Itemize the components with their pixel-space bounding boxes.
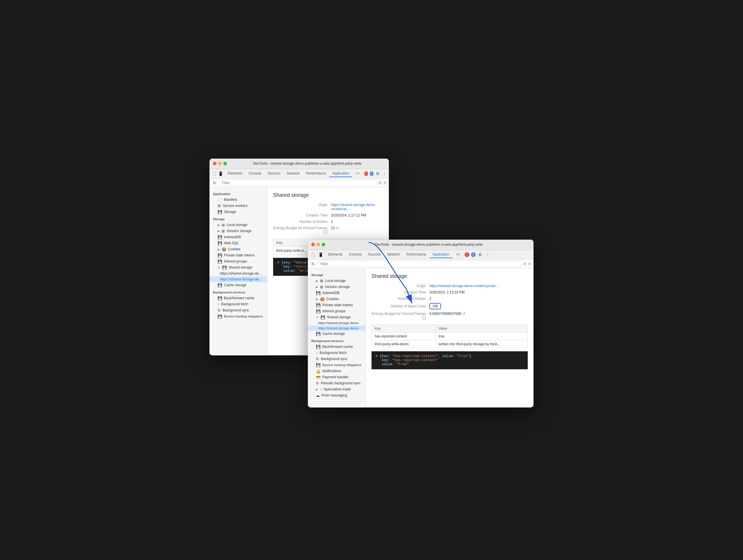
sidebar-item-back-forward-cache-2[interactable]: 💾 Back/forward cache xyxy=(308,344,365,350)
tab-network-2[interactable]: Network xyxy=(384,251,403,258)
tab-elements-1[interactable]: Elements xyxy=(225,170,245,177)
filter-bar-2: ↻ ⊘ ✕ xyxy=(308,260,533,268)
close-button-2[interactable] xyxy=(311,243,315,246)
sidebar-item-private-state-tokens[interactable]: 💾 Private state tokens xyxy=(210,252,267,258)
sidebar-item-service-workers[interactable]: ⚙ Service workers xyxy=(210,203,267,209)
sidebar-item-payment-handler[interactable]: 💳 Payment handler xyxy=(308,374,365,380)
expand-session-storage-icon: ▶ xyxy=(218,229,220,233)
sidebar-item-interest-groups[interactable]: 💾 Interest groups xyxy=(210,258,267,264)
maximize-button-1[interactable] xyxy=(223,162,227,165)
sidebar-item-storage-root[interactable]: 💾 Storage xyxy=(210,209,267,215)
sidebar-item-speculative-loads[interactable]: ▶ ↑ Speculative loads xyxy=(308,386,365,392)
close-button-1[interactable] xyxy=(213,162,216,165)
bytes-value: 196 xyxy=(429,303,441,309)
close-filter-icon-1[interactable]: ✕ xyxy=(383,181,387,185)
entropy-info-icon[interactable]: i xyxy=(323,230,327,234)
sidebar-item-background-sync[interactable]: ↻ Background sync xyxy=(210,307,267,313)
sidebar-item-private-state-tokens-2[interactable]: 💾 Private state tokens xyxy=(308,302,365,308)
device-icon[interactable]: 📱 xyxy=(218,171,223,177)
reload-icon-2[interactable]: ↻ xyxy=(310,261,316,267)
tab-performance-2[interactable]: Performance xyxy=(403,251,429,258)
periodic-sync-icon: ↻ xyxy=(316,381,319,386)
sidebar-item-indexeddb-2[interactable]: 💾 IndexedDB xyxy=(308,290,365,296)
close-filter-icon-2[interactable]: ✕ xyxy=(528,262,531,266)
sidebar-item-cookies[interactable]: ▶ 🍪 Cookies xyxy=(210,246,267,252)
sidebar-item-cache-storage[interactable]: 💾 Cache storage xyxy=(210,282,267,288)
entropy-reset-icon-2[interactable]: ↺ xyxy=(462,312,465,316)
tab-console-2[interactable]: Console xyxy=(346,251,364,258)
tab-sources-1[interactable]: Sources xyxy=(265,170,283,177)
origin-value-2[interactable]: https://shared-storage-demo-content-prod… xyxy=(429,284,498,288)
table-row-1[interactable]: has-reported-content true xyxy=(372,333,528,340)
sidebar-item-local-storage-2[interactable]: ▶ ⊞ Local storage xyxy=(308,278,365,284)
inspect-icon-2[interactable]: ⬚ xyxy=(310,252,316,258)
tab-application-1[interactable]: Application xyxy=(329,170,352,177)
sidebar-item-background-sync-2[interactable]: ↻ Background sync xyxy=(308,356,365,362)
minimize-button-1[interactable] xyxy=(218,162,222,165)
session-storage-icon-2: ⊞ xyxy=(320,285,323,289)
device-icon-2[interactable]: 📱 xyxy=(318,252,323,258)
sidebar-item-local-storage[interactable]: ▶ ⊞ Local storage xyxy=(210,222,267,228)
sidebar-item-notifications[interactable]: 🔔 Notifications xyxy=(308,368,365,374)
error-badge-2: 1 xyxy=(465,252,469,257)
sidebar-item-back-forward-cache[interactable]: 💾 Back/forward cache xyxy=(210,295,267,301)
entries-value: 1 xyxy=(331,220,333,224)
tab-application-2[interactable]: Application xyxy=(430,251,452,258)
json-line-2-1: ▼ {key: "has-reported-content", value: "… xyxy=(376,354,524,358)
filter-input-1[interactable] xyxy=(219,180,377,186)
cookies-icon: 🍪 xyxy=(222,247,226,252)
sidebar-item-shared-origin-1-2[interactable]: https://shared-storage-demo- xyxy=(308,320,365,326)
sidebar-item-shared-storage[interactable]: ▼ 💾 Shared storage xyxy=(210,264,267,271)
settings-icon-1[interactable]: ⚙ xyxy=(375,171,380,177)
tab-more-1[interactable]: >> xyxy=(353,170,362,177)
tab-network-1[interactable]: Network xyxy=(284,170,303,177)
sidebar-item-shared-storage-2[interactable]: ▼ 💾 Shared storage xyxy=(308,314,365,320)
clear-filter-icon-1[interactable]: ⊘ xyxy=(379,181,382,185)
tab-more-2[interactable]: >> xyxy=(453,251,463,258)
tab-performance-1[interactable]: Performance xyxy=(303,170,329,177)
entropy-reset-icon[interactable]: ↺ xyxy=(336,226,339,230)
sidebar-item-push-messaging[interactable]: ☁ Push messaging xyxy=(308,392,365,398)
sidebar-item-indexeddb[interactable]: 💾 IndexedDB xyxy=(210,234,267,240)
minimize-button-2[interactable] xyxy=(316,243,320,246)
entries-label-2: Number of Entries xyxy=(372,297,429,301)
sidebar-item-bounce-tracking[interactable]: 💾 Bounce tracking mitigations xyxy=(210,313,267,319)
filter-input-2[interactable] xyxy=(318,261,521,267)
json-line-2-2: key: "has-reported-content" xyxy=(376,358,524,362)
entries-label: Number of Entries xyxy=(273,220,331,224)
payment-handler-icon: 💳 xyxy=(316,375,320,379)
tab-sources-2[interactable]: Sources xyxy=(365,251,384,258)
shared-storage-icon: 💾 xyxy=(222,265,227,270)
sidebar-item-cache-storage-2[interactable]: 💾 Cache storage xyxy=(308,331,365,337)
sidebar-item-manifest[interactable]: 📄 Manifest xyxy=(210,197,267,203)
entropy-info-icon-2[interactable]: i xyxy=(422,316,426,320)
origin-value[interactable]: https://shared-storage-demo-content-pr..… xyxy=(331,203,383,211)
table-cell-value-2: written into third-party storage by thir… xyxy=(435,340,528,348)
sidebar-item-bounce-tracking-2[interactable]: 💾 Bounce tracking mitigations xyxy=(308,362,365,368)
sidebar-item-background-fetch-2[interactable]: ↑ Background fetch xyxy=(308,350,365,356)
clear-filter-icon-2[interactable]: ⊘ xyxy=(523,262,526,266)
sidebar-item-websql[interactable]: 💾 Web SQL xyxy=(210,240,267,246)
table-row-2[interactable]: third-party-write-demo written into thir… xyxy=(372,340,528,348)
sidebar-item-cookies-2[interactable]: ▶ 🍪 Cookies xyxy=(308,296,365,302)
more-icon-1[interactable]: ⋮ xyxy=(382,171,387,177)
sidebar-section-storage: Storage xyxy=(210,215,267,222)
entries-value-2: 2 xyxy=(429,297,431,301)
sidebar-item-shared-storage-origin-2[interactable]: https://shared-storage-demo- xyxy=(210,276,267,282)
entries-row: Number of Entries 1 xyxy=(273,220,383,224)
settings-icon-2[interactable]: ⚙ xyxy=(477,252,483,258)
maximize-button-2[interactable] xyxy=(322,243,325,246)
sidebar-item-shared-storage-origin-1[interactable]: https://shared-storage-demo- xyxy=(210,271,267,276)
sidebar-item-session-storage[interactable]: ▶ ⊞ Session storage xyxy=(210,228,267,234)
reload-icon-1[interactable]: ↻ xyxy=(212,180,218,186)
tab-console-1[interactable]: Console xyxy=(246,170,264,177)
tab-elements-2[interactable]: Elements xyxy=(325,251,345,258)
inspect-icon[interactable]: ⬚ xyxy=(212,171,216,177)
sidebar-item-shared-origin-2-2[interactable]: https://shared-storage-demo- xyxy=(308,326,365,331)
bytes-row: Number of Bytes Used 196 xyxy=(372,303,528,309)
sidebar-item-background-fetch[interactable]: ↑ Background fetch xyxy=(210,301,267,307)
sidebar-item-periodic-background-sync[interactable]: ↻ Periodic background sync xyxy=(308,380,365,386)
sidebar-item-session-storage-2[interactable]: ▶ ⊞ Session storage xyxy=(308,284,365,290)
sidebar-item-interest-groups-2[interactable]: 💾 Interest groups xyxy=(308,308,365,314)
more-icon-2[interactable]: ⋮ xyxy=(485,252,491,258)
